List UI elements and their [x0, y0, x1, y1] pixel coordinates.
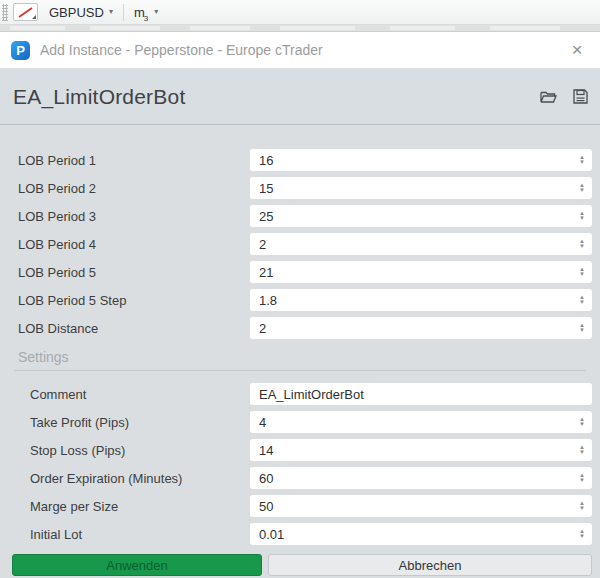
value-stepper[interactable]: ▲ ▼	[575, 290, 589, 310]
value-stepper[interactable]: ▲ ▼	[575, 178, 589, 198]
parameter-input[interactable]	[250, 439, 592, 461]
parameter-input[interactable]	[250, 149, 592, 171]
dialog-title: Add Instance - Pepperstone - Europe cTra…	[40, 42, 562, 58]
value-stepper[interactable]: ▲ ▼	[575, 150, 589, 170]
bot-header: EA_LimitOrderBot	[0, 69, 600, 125]
parameter-input-wrap: ▲ ▼	[250, 495, 592, 517]
parameter-row: Take Profit (Pips) ▲ ▼	[0, 408, 600, 436]
stepper-down-icon[interactable]: ▼	[579, 188, 585, 193]
symbol-label: GBPUSD	[49, 5, 104, 20]
parameter-input-wrap: ▲ ▼	[250, 261, 592, 283]
value-stepper[interactable]: ▲ ▼	[575, 412, 589, 432]
stepper-down-icon[interactable]: ▼	[579, 300, 585, 305]
value-stepper[interactable]: ▲ ▼	[575, 206, 589, 226]
value-stepper[interactable]: ▲ ▼	[575, 468, 589, 488]
value-stepper[interactable]: ▲ ▼	[575, 440, 589, 460]
parameter-label: LOB Period 2	[18, 181, 250, 196]
parameter-input-wrap: ▲ ▼	[250, 411, 592, 433]
parameter-row: LOB Period 3 ▲ ▼	[0, 202, 600, 230]
parameter-label: Initial Lot	[30, 527, 250, 542]
dialog-buttons: Anwenden Abbrechen	[12, 554, 592, 576]
parameter-row: LOB Period 1 ▲ ▼	[0, 146, 600, 174]
value-stepper[interactable]: ▲ ▼	[575, 318, 589, 338]
parameter-input-wrap: ▲ ▼	[250, 317, 592, 339]
open-folder-icon[interactable]	[536, 86, 560, 108]
parameter-label: LOB Distance	[18, 321, 250, 336]
parameter-row: Stop Loss (Pips) ▲ ▼	[0, 436, 600, 464]
parameter-row: Marge per Size ▲ ▼	[0, 492, 600, 520]
parameter-input-wrap: ▲ ▼	[250, 439, 592, 461]
parameter-label: LOB Period 5 Step	[18, 293, 250, 308]
timeframe-selector[interactable]: m3 ▾	[130, 1, 162, 23]
stepper-down-icon[interactable]: ▼	[579, 328, 585, 333]
value-stepper[interactable]: ▲ ▼	[575, 262, 589, 282]
stepper-down-icon[interactable]: ▼	[579, 272, 585, 277]
value-stepper[interactable]: ▲ ▼	[575, 524, 589, 544]
ctrader-logo-icon: P	[11, 41, 30, 60]
parameter-input[interactable]	[250, 411, 592, 433]
stepper-down-icon[interactable]: ▼	[579, 244, 585, 249]
parameter-input[interactable]	[250, 495, 592, 517]
parameter-label: Comment	[30, 387, 250, 402]
settings-section-header: Settings	[0, 349, 600, 371]
parameter-label: Order Expiration (Minutes)	[30, 471, 250, 486]
dialog-titlebar: P Add Instance - Pepperstone - Europe cT…	[0, 32, 600, 69]
parameter-input[interactable]	[250, 383, 592, 405]
close-icon[interactable]: ×	[562, 35, 592, 65]
parameter-input[interactable]	[250, 233, 592, 255]
chart-scrollbar[interactable]	[0, 25, 600, 32]
toolbar-separator	[123, 4, 124, 21]
stepper-down-icon[interactable]: ▼	[579, 422, 585, 427]
chevron-down-icon: ▾	[109, 8, 113, 16]
parameter-input-wrap: ▲ ▼	[250, 523, 592, 545]
parameter-row: LOB Period 5 ▲ ▼	[0, 258, 600, 286]
parameter-label: LOB Period 5	[18, 265, 250, 280]
tool-dropdown-corner-icon	[32, 15, 36, 19]
parameter-row: LOB Period 2 ▲ ▼	[0, 174, 600, 202]
parameter-input[interactable]	[250, 523, 592, 545]
value-stepper[interactable]: ▲ ▼	[575, 496, 589, 516]
parameter-input-wrap	[250, 383, 592, 405]
parameter-input-wrap: ▲ ▼	[250, 467, 592, 489]
parameter-label: LOB Period 3	[18, 209, 250, 224]
parameter-label: LOB Period 4	[18, 237, 250, 252]
parameter-row: Initial Lot ▲ ▼	[0, 520, 600, 548]
parameter-rows: LOB Period 1 ▲ ▼ LOB Period 2 ▲ ▼ LOB Pe…	[0, 146, 600, 342]
parameter-input-wrap: ▲ ▼	[250, 233, 592, 255]
cancel-button[interactable]: Abbrechen	[268, 554, 592, 576]
settings-section-title: Settings	[18, 349, 600, 365]
parameter-input-wrap: ▲ ▼	[250, 289, 592, 311]
settings-rows: Comment Take Profit (Pips) ▲ ▼ Stop Loss…	[0, 380, 600, 548]
timeframe-sub-label: 3	[144, 14, 148, 23]
stepper-down-icon[interactable]: ▼	[579, 160, 585, 165]
screen: GBPUSD ▾ m3 ▾ P Add Instance - Peppersto…	[0, 0, 600, 578]
parameter-input[interactable]	[250, 467, 592, 489]
stepper-down-icon[interactable]: ▼	[579, 534, 585, 539]
toolbar-drag-handle[interactable]	[2, 4, 8, 21]
settings-section-divider	[14, 370, 586, 371]
parameter-label: LOB Period 1	[18, 153, 250, 168]
parameter-input-wrap: ▲ ▼	[250, 177, 592, 199]
save-icon[interactable]	[568, 86, 592, 108]
trend-line-tool-button[interactable]	[13, 3, 38, 21]
parameter-label: Take Profit (Pips)	[30, 415, 250, 430]
apply-button[interactable]: Anwenden	[12, 554, 262, 576]
bot-name-title: EA_LimitOrderBot	[13, 85, 536, 109]
parameter-input-wrap: ▲ ▼	[250, 149, 592, 171]
stepper-down-icon[interactable]: ▼	[579, 506, 585, 511]
parameter-row: Order Expiration (Minutes) ▲ ▼	[0, 464, 600, 492]
stepper-down-icon[interactable]: ▼	[579, 478, 585, 483]
chart-toolbar: GBPUSD ▾ m3 ▾	[0, 0, 600, 25]
parameter-input[interactable]	[250, 261, 592, 283]
parameter-input[interactable]	[250, 289, 592, 311]
parameter-input[interactable]	[250, 177, 592, 199]
parameter-input-wrap: ▲ ▼	[250, 205, 592, 227]
parameter-input[interactable]	[250, 205, 592, 227]
stepper-down-icon[interactable]: ▼	[579, 450, 585, 455]
parameter-input[interactable]	[250, 317, 592, 339]
parameters-form: LOB Period 1 ▲ ▼ LOB Period 2 ▲ ▼ LOB Pe…	[0, 126, 600, 578]
symbol-selector[interactable]: GBPUSD ▾	[45, 3, 117, 22]
value-stepper[interactable]: ▲ ▼	[575, 234, 589, 254]
stepper-down-icon[interactable]: ▼	[579, 216, 585, 221]
parameter-row: LOB Period 4 ▲ ▼	[0, 230, 600, 258]
